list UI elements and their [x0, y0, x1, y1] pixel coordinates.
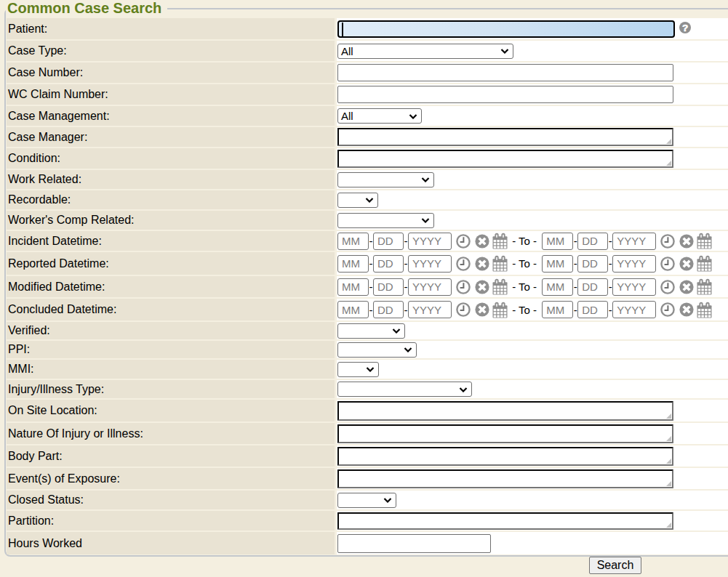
- svg-text:?: ?: [682, 23, 688, 33]
